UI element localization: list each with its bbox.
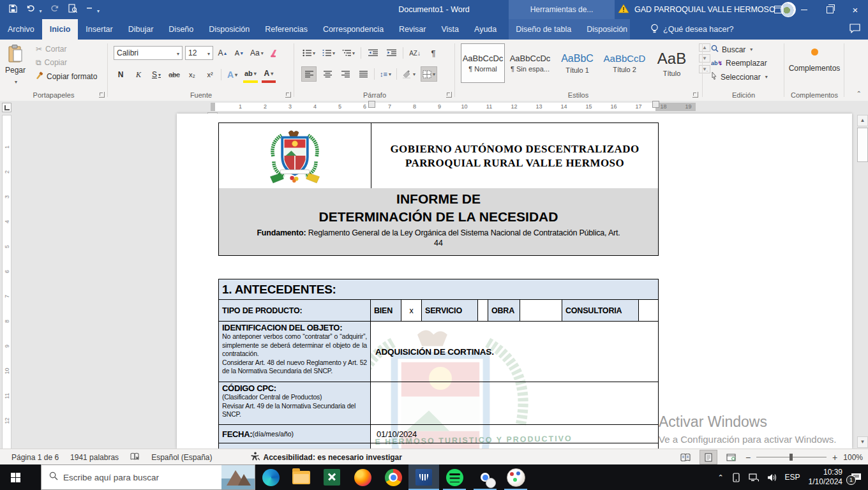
styles-dialog-launcher[interactable] xyxy=(692,92,698,98)
decrease-indent-icon[interactable] xyxy=(366,46,380,60)
tray-expand-icon[interactable]: ⌃ xyxy=(717,473,723,482)
taskbar-edge[interactable] xyxy=(255,464,286,490)
minimize-button[interactable] xyxy=(791,0,817,19)
tab-referencias[interactable]: Referencias xyxy=(257,19,315,40)
line-spacing-icon[interactable]: ↕≡ xyxy=(378,67,393,81)
tab-diseno-de-tabla[interactable]: Diseño de tabla xyxy=(508,19,579,40)
comments-icon[interactable] xyxy=(849,24,860,35)
print-layout-icon[interactable] xyxy=(700,450,717,464)
tab-revisar[interactable]: Revisar xyxy=(391,19,433,40)
taskbar-clock[interactable]: 10:39 1/10/2024 xyxy=(809,468,842,487)
tab-dibujar[interactable]: Dibujar xyxy=(121,19,161,40)
taskbar-word[interactable] xyxy=(408,464,439,490)
style-titulo-2[interactable]: AaBbCcD Título 2 xyxy=(602,43,647,83)
accessibility-status[interactable]: Accesibilidad: es necesario investigar xyxy=(264,453,402,462)
pilcrow-icon[interactable]: ¶ xyxy=(426,46,440,60)
tab-inicio[interactable]: Inicio xyxy=(42,19,79,40)
taskbar-paint[interactable] xyxy=(500,464,531,490)
bold-button[interactable]: N xyxy=(114,68,128,82)
numbered-list-icon[interactable] xyxy=(321,46,336,60)
clipboard-dialog-launcher[interactable] xyxy=(99,92,105,98)
taskbar-file-explorer[interactable] xyxy=(286,464,317,490)
grow-font-button[interactable]: A▲ xyxy=(216,46,230,60)
zoom-in-button[interactable]: + xyxy=(832,452,837,463)
tab-correspondencia[interactable]: Correspondencia xyxy=(315,19,391,40)
highlight-button[interactable]: ab xyxy=(243,66,258,83)
customize-qat-icon[interactable] xyxy=(86,4,99,15)
strikethrough-button[interactable]: abc xyxy=(167,68,181,82)
text-effects-button[interactable]: A xyxy=(225,68,239,82)
search-highlight-image[interactable] xyxy=(221,465,255,489)
tab-disposicion[interactable]: Disposición xyxy=(201,19,257,40)
tab-vista[interactable]: Vista xyxy=(433,19,467,40)
taskbar-chrome-profile[interactable] xyxy=(470,464,500,490)
tab-selector[interactable] xyxy=(2,103,11,112)
tipo-val-bien[interactable]: x xyxy=(401,300,422,321)
language-indicator[interactable]: Español (España) xyxy=(151,453,212,462)
style-sin-espaciado[interactable]: AaBbCcDc ¶ Sin espa... xyxy=(508,43,552,83)
device-icon[interactable] xyxy=(732,473,740,482)
justify-button[interactable] xyxy=(356,67,370,81)
font-name-combo[interactable]: Calibri xyxy=(114,46,183,60)
print-preview-icon[interactable] xyxy=(68,4,77,15)
bullet-list-icon[interactable] xyxy=(301,46,317,60)
font-color-button[interactable]: A xyxy=(262,66,276,83)
sort-icon[interactable]: AZ↓ xyxy=(408,46,422,60)
tipo-val-obra[interactable] xyxy=(520,300,562,321)
shrink-font-button[interactable]: A▼ xyxy=(232,46,246,60)
tab-disposicion-tabla[interactable]: Disposición xyxy=(579,19,635,40)
paragraph-dialog-launcher[interactable] xyxy=(446,92,452,98)
collapse-ribbon-icon[interactable]: ⌃ xyxy=(857,90,862,97)
scroll-up-button[interactable]: ▲ xyxy=(857,115,868,126)
align-center-button[interactable] xyxy=(320,67,334,81)
tab-insertar[interactable]: Insertar xyxy=(78,19,120,40)
select-button[interactable]: Seleccionar xyxy=(711,72,768,82)
start-button[interactable] xyxy=(0,464,31,490)
word-count[interactable]: 1941 palabras xyxy=(70,453,119,462)
close-button[interactable]: × xyxy=(842,0,868,19)
tab-diseno[interactable]: Diseño xyxy=(161,19,201,40)
italic-button[interactable]: K xyxy=(131,68,146,82)
right-indent-marker[interactable] xyxy=(652,101,659,108)
read-mode-icon[interactable] xyxy=(677,450,694,464)
font-size-combo[interactable]: 12 xyxy=(185,46,213,60)
undo-icon[interactable] xyxy=(26,4,41,15)
borders-icon[interactable] xyxy=(421,66,437,82)
multilevel-list-icon[interactable] xyxy=(341,46,356,60)
style-titulo-1[interactable]: AaBbC Título 1 xyxy=(555,43,599,83)
zoom-slider-thumb[interactable] xyxy=(789,454,793,461)
scroll-down-button[interactable]: ▼ xyxy=(857,436,868,448)
identificacion-value-cell[interactable]: ADQUISICIÓN DE CORTINAS. xyxy=(371,322,658,382)
tab-ayuda[interactable]: Ayuda xyxy=(467,19,504,40)
save-icon[interactable] xyxy=(9,4,17,15)
tipo-val-consultoria[interactable] xyxy=(639,300,658,321)
underline-button[interactable]: S xyxy=(149,68,163,82)
increase-indent-icon[interactable] xyxy=(384,46,398,60)
vertical-ruler[interactable]: 123456789101112 xyxy=(2,115,11,449)
network-icon[interactable] xyxy=(749,473,759,482)
web-layout-icon[interactable] xyxy=(723,450,740,464)
paste-button[interactable]: Pegar xyxy=(5,40,26,85)
volume-icon[interactable] xyxy=(767,473,777,482)
align-left-button[interactable] xyxy=(301,66,317,82)
tell-me-box[interactable]: ¿Qué desea hacer? xyxy=(644,19,740,40)
language-switcher[interactable]: ESP xyxy=(785,473,800,482)
replace-button[interactable]: ab↯ Reemplazar xyxy=(711,59,768,68)
taskbar-excel[interactable] xyxy=(317,464,347,490)
cpc-value-cell[interactable] xyxy=(371,382,658,424)
paste-chevron-icon[interactable] xyxy=(13,77,17,85)
taskbar-spotify[interactable] xyxy=(439,464,470,490)
document-page[interactable]: E HERMOSO TURISTICO Y PRODUCTIVO xyxy=(177,114,852,449)
font-dialog-launcher[interactable] xyxy=(285,92,291,98)
taskbar-search-box[interactable]: Escribe aquí para buscar xyxy=(41,464,255,490)
zoom-level[interactable]: 100% xyxy=(843,453,863,462)
page-indicator[interactable]: Página 1 de 6 xyxy=(11,453,59,462)
style-normal[interactable]: AaBbCcDc ¶ Normal xyxy=(461,43,505,83)
find-button[interactable]: Buscar xyxy=(711,45,768,54)
superscript-button[interactable]: x² xyxy=(203,68,217,82)
align-right-button[interactable] xyxy=(338,67,352,81)
horizontal-ruler[interactable]: 12345678910111213141516171819 xyxy=(211,103,696,111)
taskbar-firefox[interactable] xyxy=(347,464,378,490)
tab-archivo[interactable]: Archivo xyxy=(0,19,42,40)
ribbon-display-options-icon[interactable] xyxy=(766,0,791,19)
